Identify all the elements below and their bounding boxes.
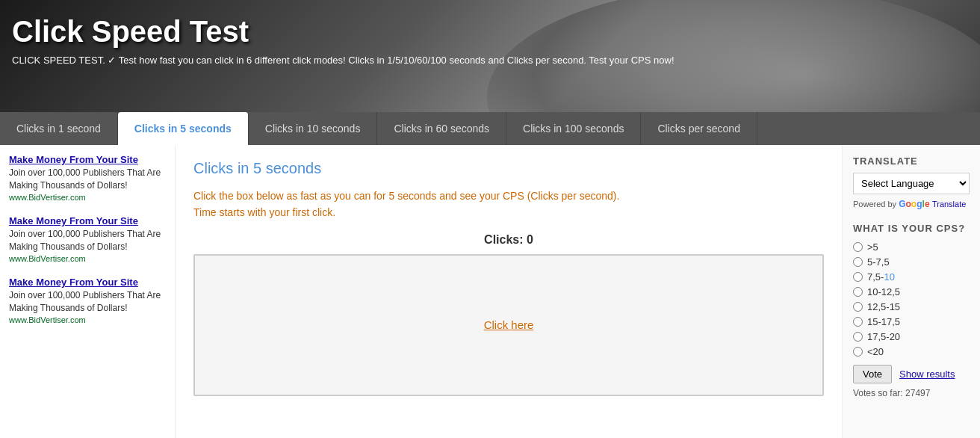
tab-10s[interactable]: Clicks in 10 seconds bbox=[249, 112, 378, 145]
vote-row: Vote Show results bbox=[853, 365, 970, 383]
cps-label-1: >5 bbox=[867, 241, 878, 253]
cps-radio-2[interactable] bbox=[853, 257, 863, 267]
sidebar-left: Make Money From Your Site Join over 100,… bbox=[0, 145, 176, 438]
cps-option-7: 17,5-20 bbox=[853, 331, 970, 342]
click-box[interactable]: Click here bbox=[193, 254, 824, 396]
ad-url-1: www.BidVertiser.com bbox=[9, 192, 166, 203]
cps-radio-4[interactable] bbox=[853, 287, 863, 297]
cps-label-3: 7,5-10 bbox=[867, 271, 895, 283]
cps-radio-8[interactable] bbox=[853, 347, 863, 357]
cps-label-7: 17,5-20 bbox=[867, 331, 900, 342]
content-desc: Click the box below as fast as you can f… bbox=[193, 188, 824, 221]
cps-title: WHAT IS YOUR CPS? bbox=[853, 223, 970, 234]
powered-by-text: Powered by bbox=[853, 200, 896, 209]
ad-link-2[interactable]: Make Money From Your Site bbox=[9, 215, 166, 226]
ad-body-2: Join over 100,000 Publishers That Are Ma… bbox=[9, 228, 166, 253]
cps-radio-7[interactable] bbox=[853, 332, 863, 342]
header: Click Speed Test CLICK SPEED TEST. ✓ Tes… bbox=[0, 0, 980, 112]
cps-option-1: >5 bbox=[853, 241, 970, 253]
content-area: Clicks in 5 seconds Click the box below … bbox=[176, 145, 842, 438]
ad-body-1: Join over 100,000 Publishers That Are Ma… bbox=[9, 167, 166, 192]
cps-option-8: <20 bbox=[853, 346, 970, 357]
click-here-link[interactable]: here bbox=[511, 318, 533, 331]
cps-label-6: 15-17,5 bbox=[867, 316, 900, 327]
language-select[interactable]: Select Language bbox=[853, 173, 970, 194]
cps-option-4: 10-12,5 bbox=[853, 286, 970, 297]
powered-by: Powered by Google Translate bbox=[853, 199, 970, 209]
sidebar-right: TRANSLATE Select Language Powered by Goo… bbox=[842, 145, 980, 438]
cps-label-2: 5-7,5 bbox=[867, 256, 890, 268]
content-title: Clicks in 5 seconds bbox=[193, 160, 824, 177]
ad-url-3: www.BidVertiser.com bbox=[9, 315, 166, 326]
cps-label-8: <20 bbox=[867, 346, 884, 357]
click-box-text: Click here bbox=[484, 318, 534, 331]
tab-60s[interactable]: Clicks in 60 seconds bbox=[377, 112, 506, 145]
votes-so-far: Votes so far: 27497 bbox=[853, 388, 970, 398]
ad-url-2: www.BidVertiser.com bbox=[9, 253, 166, 265]
content-desc-line2: Time starts with your first click. bbox=[193, 206, 335, 218]
ad-link-3[interactable]: Make Money From Your Site bbox=[9, 277, 166, 288]
cps-label-4: 10-12,5 bbox=[867, 286, 900, 297]
cps-option-5: 12,5-15 bbox=[853, 301, 970, 312]
cps-option-2: 5-7,5 bbox=[853, 256, 970, 268]
cps-option-3: 7,5-10 bbox=[853, 271, 970, 283]
ad-link-1[interactable]: Make Money From Your Site bbox=[9, 154, 166, 165]
site-description: CLICK SPEED TEST. ✓ Test how fast you ca… bbox=[12, 55, 968, 66]
tab-1s[interactable]: Clicks in 1 second bbox=[0, 112, 118, 145]
cps-label-5: 12,5-15 bbox=[867, 301, 900, 312]
cps-radio-1[interactable] bbox=[853, 242, 863, 252]
nav-tabs: Clicks in 1 second Clicks in 5 seconds C… bbox=[0, 112, 980, 145]
ad-block-1: Make Money From Your Site Join over 100,… bbox=[9, 154, 166, 203]
cps-radio-3[interactable] bbox=[853, 272, 863, 282]
content-desc-line1: Click the box below as fast as you can f… bbox=[193, 190, 619, 202]
main-layout: Make Money From Your Site Join over 100,… bbox=[0, 145, 980, 438]
cps-radio-6[interactable] bbox=[853, 317, 863, 327]
translate-title: TRANSLATE bbox=[853, 155, 970, 167]
google-logo: Google bbox=[899, 199, 932, 209]
vote-button[interactable]: Vote bbox=[853, 365, 892, 383]
clicks-counter: Clicks: 0 bbox=[193, 233, 824, 247]
tab-100s[interactable]: Clicks in 100 seconds bbox=[506, 112, 641, 145]
show-results-link[interactable]: Show results bbox=[899, 368, 955, 380]
click-here-prefix: Click bbox=[484, 318, 512, 331]
ad-block-3: Make Money From Your Site Join over 100,… bbox=[9, 277, 166, 326]
site-title: Click Speed Test bbox=[12, 15, 968, 49]
ad-block-2: Make Money From Your Site Join over 100,… bbox=[9, 215, 166, 265]
tab-cps[interactable]: Clicks per second bbox=[641, 112, 757, 145]
tab-5s[interactable]: Clicks in 5 seconds bbox=[118, 112, 249, 145]
cps-radio-5[interactable] bbox=[853, 302, 863, 312]
ad-body-3: Join over 100,000 Publishers That Are Ma… bbox=[9, 289, 166, 315]
cps-option-6: 15-17,5 bbox=[853, 316, 970, 327]
cps-options-list: >5 5-7,5 7,5-10 10-12,5 12,5-15 15-17,5 bbox=[853, 241, 970, 357]
translate-link[interactable]: Translate bbox=[932, 200, 966, 209]
